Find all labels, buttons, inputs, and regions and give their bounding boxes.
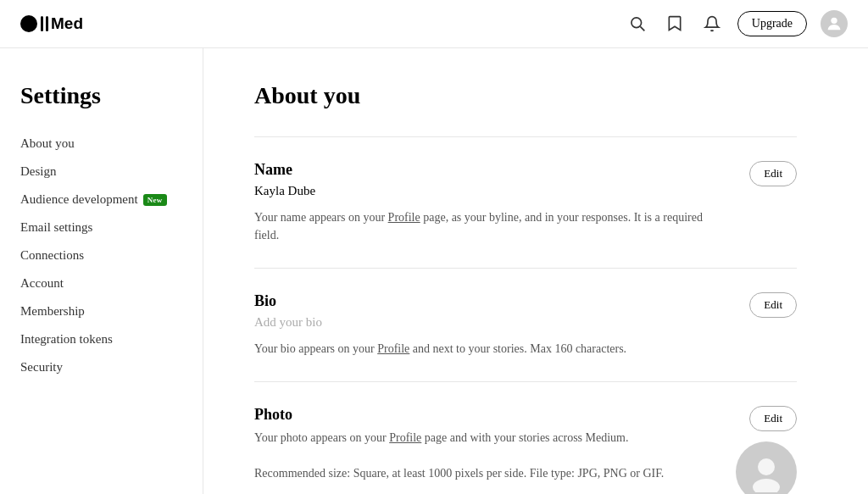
photo-content: Photo Your photo appears on your Profile… — [254, 406, 736, 482]
photo-description: Your photo appears on your Profile page … — [254, 429, 702, 482]
sidebar-item-design[interactable]: Design — [20, 158, 182, 186]
main-content: About you Name Kayla Dube Your name appe… — [203, 48, 848, 494]
medium-logo-svg: Medium — [20, 12, 84, 36]
sidebar-item-connections[interactable]: Connections — [20, 241, 182, 269]
header: Medium Upgrade — [0, 0, 868, 48]
new-badge: New — [143, 194, 167, 206]
sidebar-title: Settings — [20, 82, 182, 109]
name-row: Name Kayla Dube Your name appears on you… — [254, 161, 797, 244]
search-icon — [629, 15, 646, 32]
layout: Settings About you Design Audience devel… — [0, 48, 868, 494]
sidebar-item-email-settings[interactable]: Email settings — [20, 214, 182, 241]
photo-section: Photo Your photo appears on your Profile… — [254, 382, 797, 494]
bio-section: Bio Add your bio Your bio appears on you… — [254, 269, 797, 382]
user-avatar[interactable] — [821, 10, 848, 37]
svg-line-5 — [640, 26, 644, 31]
name-label: Name — [254, 161, 715, 179]
photo-row: Photo Your photo appears on your Profile… — [254, 406, 797, 494]
name-value: Kayla Dube — [254, 184, 715, 198]
sidebar-item-account[interactable]: Account — [20, 269, 182, 297]
bookmark-button[interactable] — [663, 12, 687, 36]
name-section: Name Kayla Dube Your name appears on you… — [254, 136, 797, 269]
svg-rect-1 — [41, 16, 43, 31]
bio-label: Bio — [254, 292, 715, 310]
sidebar-nav: About you Design Audience development Ne… — [20, 130, 182, 381]
photo-right: Edit — [736, 406, 797, 494]
bio-edit-button[interactable]: Edit — [749, 292, 797, 318]
user-photo-placeholder — [736, 441, 797, 494]
name-content: Name Kayla Dube Your name appears on you… — [254, 161, 749, 244]
header-right: Upgrade — [626, 10, 848, 37]
header-left: Medium — [20, 12, 84, 36]
upgrade-button[interactable]: Upgrade — [737, 11, 807, 36]
svg-point-7 — [758, 458, 775, 475]
svg-point-8 — [753, 479, 780, 492]
svg-rect-2 — [46, 16, 48, 31]
sidebar: Settings About you Design Audience devel… — [0, 48, 203, 494]
bell-icon — [704, 15, 721, 32]
photo-profile-link[interactable]: Profile — [389, 431, 421, 444]
svg-text:Medium: Medium — [51, 14, 84, 32]
name-edit-button[interactable]: Edit — [749, 161, 797, 186]
sidebar-item-membership[interactable]: Membership — [20, 297, 182, 325]
bio-content: Bio Add your bio Your bio appears on you… — [254, 292, 749, 358]
sidebar-item-security[interactable]: Security — [20, 353, 182, 381]
bio-description: Your bio appears on your Profile and nex… — [254, 340, 715, 358]
sidebar-item-audience-development[interactable]: Audience development New — [20, 186, 182, 214]
bio-profile-link[interactable]: Profile — [377, 342, 409, 355]
avatar-icon — [825, 14, 843, 33]
name-description: Your name appears on your Profile page, … — [254, 208, 715, 244]
user-silhouette-icon — [746, 452, 787, 492]
bio-row: Bio Add your bio Your bio appears on you… — [254, 292, 797, 358]
notifications-button[interactable] — [700, 12, 724, 36]
bookmark-icon — [666, 15, 683, 32]
sidebar-footer: Help Status Writers Blog Careers Privacy… — [20, 485, 182, 494]
sidebar-item-integration-tokens[interactable]: Integration tokens — [20, 325, 182, 353]
search-button[interactable] — [626, 12, 649, 36]
page-title: About you — [254, 82, 797, 109]
name-profile-link[interactable]: Profile — [388, 211, 420, 224]
photo-edit-button[interactable]: Edit — [749, 406, 797, 431]
logo[interactable]: Medium — [20, 12, 84, 36]
svg-point-0 — [20, 15, 37, 32]
svg-point-6 — [831, 18, 837, 24]
svg-point-4 — [632, 18, 642, 28]
photo-label: Photo — [254, 406, 702, 424]
bio-placeholder: Add your bio — [254, 315, 715, 330]
sidebar-item-about-you[interactable]: About you — [20, 130, 182, 158]
